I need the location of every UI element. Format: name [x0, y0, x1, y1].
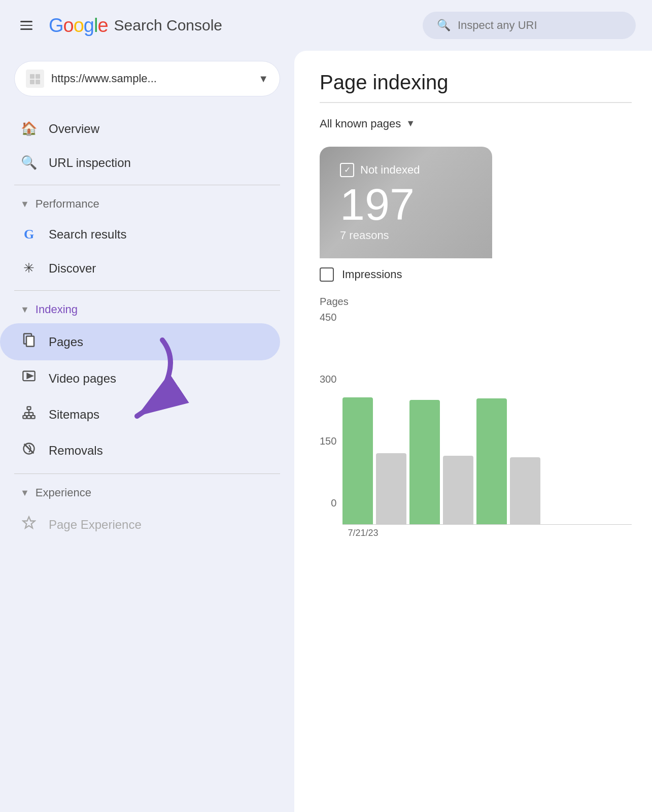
bar-gray-3	[510, 457, 540, 524]
sidebar-item-url-inspection[interactable]: 🔍 URL inspection	[0, 146, 280, 180]
logo-g: G	[49, 15, 63, 36]
indexing-label: Indexing	[36, 303, 78, 316]
sidebar-item-page-experience[interactable]: Page Experience	[0, 506, 280, 543]
svg-rect-2	[30, 80, 35, 84]
url-inspection-icon: 🔍	[20, 155, 38, 171]
header: Google Search Console 🔍	[0, 0, 652, 51]
logo-area: Google Search Console	[49, 15, 222, 37]
chart-container: 450 300 150 0	[320, 312, 632, 525]
performance-section-header[interactable]: ▼ Performance	[0, 190, 294, 218]
search-bar[interactable]: 🔍	[423, 12, 636, 39]
impressions-checkbox[interactable]	[320, 267, 334, 282]
property-icon	[26, 70, 44, 88]
sidebar-item-discover[interactable]: ✳ Discover	[0, 251, 280, 285]
sidebar-item-removals[interactable]: Removals	[0, 432, 280, 468]
console-label: Search Console	[114, 17, 222, 34]
not-indexed-reasons: 7 reasons	[340, 229, 472, 242]
logo-e: e	[97, 15, 108, 36]
chart-bars: 7/21/23	[342, 312, 632, 525]
svg-rect-10	[27, 416, 31, 419]
not-indexed-count: 197	[340, 182, 472, 227]
y-axis: 450 300 150 0	[320, 312, 336, 525]
chart-area: Pages 450 300 150 0	[320, 296, 632, 525]
main-layout: https://www.sample... ▼ 🏠 Overview 🔍 URL…	[0, 51, 652, 812]
bar-group-1	[342, 397, 373, 524]
property-selector[interactable]: https://www.sample... ▼	[14, 61, 280, 96]
bar-green-3	[476, 398, 507, 524]
y-tick-300: 300	[320, 374, 336, 385]
experience-collapse-arrow: ▼	[20, 488, 29, 498]
right-panel: Page indexing All known pages ▼ ✓ Not in…	[294, 51, 652, 812]
svg-rect-5	[26, 336, 34, 347]
svg-marker-19	[23, 517, 35, 528]
sidebar-item-pages[interactable]: Pages	[0, 323, 280, 360]
impressions-row: Impressions	[320, 267, 632, 282]
video-pages-icon	[20, 369, 38, 387]
search-input[interactable]	[458, 19, 622, 32]
svg-rect-1	[36, 74, 40, 79]
y-tick-150: 150	[320, 435, 336, 447]
logo-o1: o	[63, 15, 74, 36]
page-experience-icon	[20, 516, 38, 533]
indexing-section-header[interactable]: ▼ Indexing	[0, 296, 294, 323]
svg-rect-3	[36, 80, 40, 84]
x-axis-label: 7/21/23	[348, 528, 378, 538]
filter-row: All known pages ▼	[320, 117, 632, 130]
search-results-label: Search results	[49, 227, 126, 242]
bar-green-1	[342, 397, 373, 524]
experience-section-header[interactable]: ▼ Experience	[0, 479, 294, 506]
google-logo: Google	[49, 15, 108, 37]
not-indexed-label: Not indexed	[360, 163, 420, 177]
divider-1	[14, 185, 280, 185]
sitemaps-icon	[20, 405, 38, 423]
removals-icon	[20, 442, 38, 459]
y-tick-0: 0	[320, 497, 336, 509]
experience-label: Experience	[36, 486, 91, 499]
bar-group-3	[476, 398, 507, 524]
svg-rect-8	[27, 407, 31, 410]
bar-gray-1	[376, 453, 406, 524]
chart-y-label: Pages	[320, 296, 632, 308]
bar-gray-2	[443, 456, 473, 524]
bar-group-gray-2	[443, 456, 473, 524]
not-indexed-card: ✓ Not indexed 197 7 reasons	[320, 147, 492, 258]
url-inspection-label: URL inspection	[49, 156, 131, 170]
logo-g2: g	[84, 15, 94, 36]
menu-button[interactable]	[16, 17, 37, 34]
sidebar-item-sitemaps[interactable]: Sitemaps	[0, 396, 280, 432]
search-icon: 🔍	[437, 19, 451, 32]
divider-3	[14, 473, 280, 474]
svg-rect-0	[30, 74, 35, 79]
svg-marker-7	[27, 374, 33, 378]
title-divider	[320, 102, 632, 103]
property-dropdown-arrow[interactable]: ▼	[258, 73, 268, 85]
impressions-label: Impressions	[342, 268, 402, 281]
divider-2	[14, 290, 280, 291]
sidebar-item-overview[interactable]: 🏠 Overview	[0, 112, 280, 146]
filter-select[interactable]: All known pages ▼	[320, 117, 415, 130]
not-indexed-header: ✓ Not indexed	[340, 163, 472, 177]
google-g-icon: G	[20, 227, 38, 242]
home-icon: 🏠	[20, 121, 38, 137]
sidebar: https://www.sample... ▼ 🏠 Overview 🔍 URL…	[0, 51, 294, 812]
video-pages-label: Video pages	[49, 371, 116, 386]
filter-label: All known pages	[320, 117, 401, 130]
pages-icon	[20, 332, 38, 351]
y-tick-450: 450	[320, 312, 336, 323]
bar-group-gray-1	[376, 453, 406, 524]
bar-green-2	[409, 400, 440, 524]
pages-label: Pages	[49, 335, 83, 349]
bar-group-2	[409, 400, 440, 524]
svg-rect-11	[31, 416, 35, 419]
performance-label: Performance	[36, 197, 99, 211]
svg-rect-9	[23, 416, 26, 419]
indexing-collapse-arrow: ▼	[20, 304, 29, 315]
performance-collapse-arrow: ▼	[20, 199, 29, 210]
page-title: Page indexing	[320, 71, 632, 94]
page-experience-label: Page Experience	[49, 518, 142, 532]
filter-arrow: ▼	[406, 118, 415, 129]
sidebar-item-search-results[interactable]: G Search results	[0, 218, 280, 251]
logo-o2: o	[74, 15, 84, 36]
not-indexed-checkbox: ✓	[340, 163, 354, 177]
sidebar-item-video-pages[interactable]: Video pages	[0, 360, 280, 396]
